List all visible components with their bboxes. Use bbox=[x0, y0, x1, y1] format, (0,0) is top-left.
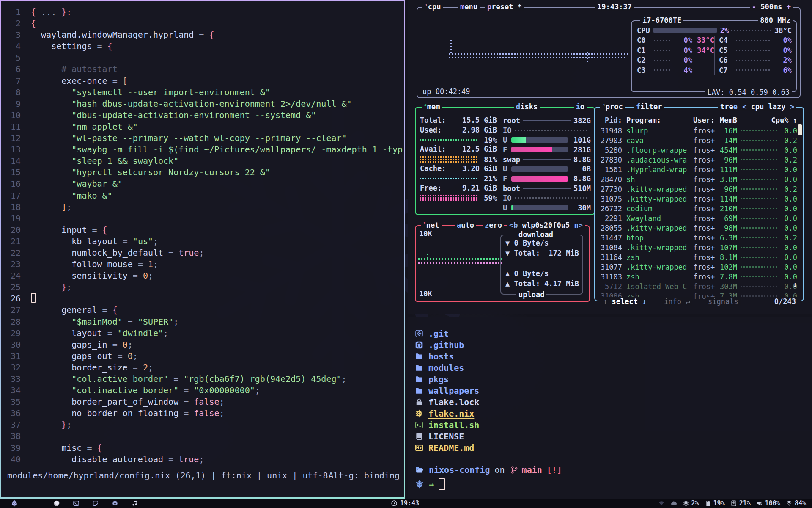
editor-window[interactable]: 1{ ... }:2{3 wayland.windowManager.hyprl… bbox=[0, 0, 405, 499]
btop-mem-box[interactable]: ²mem disks io Total:15.5 GiBUsed:2.98 Gi… bbox=[415, 107, 595, 215]
editor-line[interactable]: 8 "systemctl --user import-environment &… bbox=[1, 87, 404, 98]
net-zero-button[interactable]: zero bbox=[483, 221, 504, 229]
process-row[interactable]: 27830.audacious-wrafros+96M0.2 bbox=[595, 155, 803, 165]
header-cpu[interactable]: Cpu% ↑ bbox=[770, 116, 797, 126]
net-interface-selector[interactable]: <b wlp0s20f0u5 n> bbox=[507, 221, 585, 229]
process-row[interactable]: 27903cavafros+14M0.2 bbox=[595, 135, 803, 145]
process-list[interactable]: 31948slurpfros+16M0.027903cavafros+14M0.… bbox=[595, 126, 803, 301]
editor-line[interactable]: 19 bbox=[1, 213, 404, 224]
editor-line[interactable]: 40 disable_autoreload = true; bbox=[1, 454, 404, 465]
discord-icon[interactable] bbox=[112, 500, 118, 507]
editor-line[interactable]: 15 "hyprctl setcursor Nordzy-cursors 22 … bbox=[1, 167, 404, 178]
taskbar-clock[interactable]: 19:43 bbox=[391, 500, 419, 507]
process-row[interactable]: 31084.kitty-wrappedfros+107M0.0 bbox=[595, 243, 803, 252]
header-program[interactable]: Program: bbox=[626, 116, 693, 126]
shell-prompt-input-line[interactable]: → bbox=[415, 478, 445, 490]
editor-line[interactable]: 37 }; bbox=[1, 419, 404, 431]
process-row[interactable]: 27730.kitty-wrappedfros+96M0.2 bbox=[595, 184, 803, 194]
system-stat[interactable]: 84% bbox=[786, 500, 806, 507]
process-row[interactable]: 31103zshfros+7.8M0.0 bbox=[595, 272, 803, 282]
process-row[interactable]: 1561.Hyprland-wrapfros+111M0.0 bbox=[595, 165, 803, 174]
editor-line[interactable]: 3 wayland.windowManager.hyprland = { bbox=[1, 29, 404, 41]
process-row[interactable]: 31948slurpfros+16M0.0 bbox=[595, 126, 803, 135]
editor-line[interactable]: 26 bbox=[1, 293, 404, 304]
editor-line[interactable]: 9 "hash dbus-update-activation-environme… bbox=[1, 98, 404, 110]
editor-line[interactable]: 12 "wl-paste --primary --watch wl-copy -… bbox=[1, 133, 404, 144]
editor-line[interactable]: 1{ ... }: bbox=[1, 6, 404, 18]
proc-scrollbar-thumb[interactable] bbox=[798, 124, 802, 135]
editor-line[interactable]: 22 numlock_by_default = true; bbox=[1, 247, 404, 259]
terminal-icon[interactable] bbox=[73, 500, 80, 507]
editor-line[interactable]: 34 "col.inactive_border" = "0x00000000"; bbox=[1, 385, 404, 396]
process-row[interactable]: 5712Isolated Web Cfros+303M0.0 bbox=[595, 282, 803, 291]
process-row[interactable]: 5280.floorp-wrappefros+454M0.0 bbox=[595, 145, 803, 155]
editor-line[interactable]: 13 "swaybg -m fill -i $(find ~/Pictures/… bbox=[1, 144, 404, 155]
editor-line[interactable]: 16 "waybar &" bbox=[1, 178, 404, 190]
net-auto-button[interactable]: auto bbox=[455, 221, 476, 229]
editor-line[interactable]: 39 misc = { bbox=[1, 442, 404, 454]
system-stat[interactable]: 2% bbox=[683, 500, 699, 507]
editor-buffer[interactable]: 1{ ... }:2{3 wayland.windowManager.hyprl… bbox=[1, 6, 404, 465]
process-row[interactable]: 31077.kitty-wrappedfros+102M0.0 bbox=[595, 262, 803, 272]
editor-line[interactable]: 29 layout = "dwindle"; bbox=[1, 328, 404, 339]
process-row[interactable]: 26732codiumfros+210M0.0 bbox=[595, 204, 803, 213]
editor-line[interactable]: 5 bbox=[1, 52, 404, 64]
editor-line[interactable]: 10 "dbus-update-activation-environment -… bbox=[1, 110, 404, 121]
proc-filter-button[interactable]: filter bbox=[634, 102, 664, 111]
btop-window[interactable]: ¹cpu menu preset * 19:43:37 - 500ms + up… bbox=[408, 0, 812, 314]
system-stat[interactable] bbox=[670, 500, 677, 507]
system-stat[interactable] bbox=[658, 500, 665, 507]
editor-line[interactable]: 11 "nm-applet &" bbox=[1, 121, 404, 133]
editor-line[interactable]: 38 bbox=[1, 431, 404, 442]
editor-line[interactable]: 7 exec-once = [ bbox=[1, 75, 404, 87]
music-icon[interactable] bbox=[131, 500, 138, 507]
system-stat[interactable]: 19% bbox=[705, 500, 725, 507]
process-row[interactable]: 28055.kitty-wrappedfros+98M0.0 bbox=[595, 223, 803, 233]
editor-line[interactable]: 17 "mako &" bbox=[1, 190, 404, 202]
header-memb[interactable]: MemB bbox=[718, 116, 737, 126]
disks-toggle[interactable]: disks bbox=[514, 102, 540, 111]
editor-line[interactable]: 28 "$mainMod" = "SUPER"; bbox=[1, 316, 404, 328]
proc-info-hint[interactable]: info ↵ bbox=[662, 297, 692, 306]
editor-line[interactable]: 25 }; bbox=[1, 282, 404, 293]
preset-button[interactable]: preset * bbox=[485, 3, 524, 11]
btop-cpu-box[interactable]: ¹cpu menu preset * 19:43:37 - 500ms + up… bbox=[417, 7, 801, 98]
update-interval-control[interactable]: - 500ms + bbox=[750, 3, 793, 11]
proc-sort-selector[interactable]: < cpu lazy > bbox=[740, 102, 796, 111]
system-stat[interactable]: 21% bbox=[730, 500, 751, 507]
editor-line[interactable]: 2{ bbox=[1, 18, 404, 29]
terminal-window[interactable]: .git.githubhostsmodulespkgswallpapersfla… bbox=[408, 317, 812, 499]
proc-select-hint[interactable]: ↑ select ↓ bbox=[601, 297, 648, 306]
editor-line[interactable]: 32 border_size = 2; bbox=[1, 362, 404, 373]
proc-tree-toggle[interactable]: tree bbox=[718, 102, 740, 111]
notes-icon[interactable] bbox=[92, 500, 99, 507]
io-toggle[interactable]: io bbox=[574, 102, 587, 111]
editor-line[interactable]: 24 sensitivity = 0; bbox=[1, 270, 404, 282]
editor-line[interactable]: 27 general = { bbox=[1, 304, 404, 316]
header-user[interactable]: User: bbox=[693, 116, 718, 126]
editor-line[interactable]: 18 ]; bbox=[1, 202, 404, 213]
editor-line[interactable]: 30 gaps_in = 0; bbox=[1, 339, 404, 351]
btop-net-box[interactable]: ³net auto zero <b wlp0s20f0u5 n> 10K 10K… bbox=[415, 225, 590, 302]
process-row[interactable]: 31075.kitty-wrappedfros+114M0.0 bbox=[595, 194, 803, 204]
editor-line[interactable]: 33 "col.active_border" = "rgb(cba6f7) rg… bbox=[1, 373, 404, 385]
proc-signals-hint[interactable]: signals bbox=[706, 297, 741, 306]
process-row[interactable]: 31447btopfros+6.3M0.2 bbox=[595, 233, 803, 243]
editor-line[interactable]: 6 # autostart bbox=[1, 64, 404, 75]
process-row[interactable]: 28470shfros+3.8M0.0 bbox=[595, 174, 803, 184]
firefox-icon[interactable] bbox=[53, 500, 60, 507]
menu-button[interactable]: menu bbox=[458, 3, 480, 11]
editor-line[interactable]: 4 settings = { bbox=[1, 41, 404, 52]
editor-line[interactable]: 14 "sleep 1 && swaylock" bbox=[1, 155, 404, 167]
editor-line[interactable]: 36 no_border_on_floating = false; bbox=[1, 408, 404, 419]
btop-proc-box[interactable]: ⁴proc filter tree < cpu lazy > Pid: Prog… bbox=[594, 107, 804, 301]
header-pid[interactable]: Pid: bbox=[598, 116, 622, 126]
system-stat[interactable]: 100% bbox=[756, 500, 780, 507]
process-row[interactable]: 2291Xwaylandfros+69M0.0 bbox=[595, 213, 803, 223]
process-row[interactable]: 31164zshfros+8.1M0.0 bbox=[595, 252, 803, 262]
editor-line[interactable]: 35 border_part_of_window = false; bbox=[1, 396, 404, 408]
nix-logo-icon[interactable] bbox=[11, 500, 18, 507]
editor-line[interactable]: 21 kb_layout = "us"; bbox=[1, 236, 404, 247]
editor-line[interactable]: 31 gaps_out = 0; bbox=[1, 351, 404, 362]
editor-line[interactable]: 20 input = { bbox=[1, 224, 404, 236]
